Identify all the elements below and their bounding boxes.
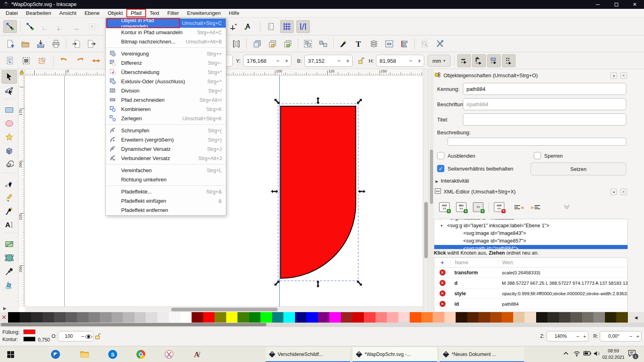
attribute-row[interactable]: ✕dM 388.57227 667.25 L 388.57227 974.177… xyxy=(434,278,627,288)
gradient-tool[interactable] xyxy=(2,237,17,251)
menu-item-3[interactable]: VereinigungStrg++ xyxy=(106,49,226,58)
transform-corners-toggle[interactable] xyxy=(472,54,486,67)
rotate-cw-icon[interactable] xyxy=(73,54,87,67)
clock[interactable]: 08:5902.02.2021 xyxy=(599,348,628,360)
clone-icon[interactable] xyxy=(266,37,279,50)
palette-swatch[interactable] xyxy=(295,312,307,323)
palette-scroll-left-icon[interactable]: ◀ xyxy=(628,312,644,323)
snipping-tool-icon[interactable] xyxy=(164,350,174,359)
transform-gradient-toggle[interactable] xyxy=(487,54,501,67)
notification-center-icon[interactable]: 1 xyxy=(628,350,636,358)
palette-swatch[interactable] xyxy=(387,312,398,323)
palette-swatch[interactable] xyxy=(490,312,502,323)
palette-swatch[interactable] xyxy=(456,312,467,323)
palette-swatch[interactable] xyxy=(306,312,318,323)
palette-swatch[interactable] xyxy=(364,312,376,323)
chrome-icon[interactable] xyxy=(136,350,146,359)
palette-swatch[interactable] xyxy=(203,312,215,323)
palette-none-swatch[interactable]: ✕ xyxy=(0,312,8,323)
flip-horizontal-icon[interactable] xyxy=(89,54,103,67)
menu-hilfe[interactable]: Hilfe xyxy=(225,9,243,17)
setzen-button[interactable]: Setzen xyxy=(530,162,626,175)
y-plus-button[interactable]: + xyxy=(282,58,291,64)
menu-item-15[interactable]: VereinfachenStrg+L xyxy=(106,166,226,175)
palette-swatch[interactable] xyxy=(433,312,444,323)
thunderbird-icon[interactable] xyxy=(51,350,60,359)
snap-bbox-edges-icon[interactable] xyxy=(39,20,53,33)
battery-icon[interactable] xyxy=(583,350,591,356)
height-plus-button[interactable]: + xyxy=(415,58,424,64)
xml-indent-node-button[interactable]: » xyxy=(528,200,543,214)
export-icon[interactable] xyxy=(85,37,98,50)
canvas-vscrollbar[interactable] xyxy=(423,69,428,312)
panel-undock-icon[interactable]: ◂ xyxy=(610,72,617,79)
height-minus-button[interactable]: − xyxy=(406,58,415,64)
palette-swatch[interactable] xyxy=(77,312,89,323)
stroke-swatch[interactable] xyxy=(23,337,35,341)
snap-bbox-centers-icon[interactable] xyxy=(85,20,99,33)
select-all-icon[interactable] xyxy=(3,54,17,67)
kennung-input[interactable] xyxy=(463,83,626,95)
palette-swatch[interactable] xyxy=(593,312,605,323)
minimize-button[interactable] xyxy=(588,0,607,9)
attribute-row[interactable]: ✕idpath884 xyxy=(434,299,627,309)
snap-bbox-corners-icon[interactable] xyxy=(55,20,68,33)
open-document-icon[interactable] xyxy=(19,37,32,50)
palette-swatch[interactable] xyxy=(249,312,261,323)
palette-swatch[interactable] xyxy=(272,312,284,323)
xml-tree-node[interactable]: ▶<svg:metadata id="metadata5"> xyxy=(434,219,627,222)
menu-datei[interactable]: Datei xyxy=(2,9,22,17)
menu-erweiterungen[interactable]: Erweiterungen xyxy=(183,9,225,17)
menu-item-19[interactable]: Pfadeffekt entfernen xyxy=(106,206,226,215)
palette-swatch[interactable] xyxy=(134,312,146,323)
xml-tree-node[interactable]: <svg:path id="path884"> xyxy=(434,245,627,249)
menu-filter[interactable]: Filter xyxy=(163,9,183,17)
palette-swatch[interactable] xyxy=(536,312,548,323)
rotation-plus-button[interactable]: + xyxy=(634,333,641,339)
fill-stroke-dialog-icon[interactable] xyxy=(336,37,350,50)
menu-bearbeiten[interactable]: Bearbeiten xyxy=(22,9,55,17)
dropper-tool[interactable] xyxy=(2,265,17,278)
taskbar-window-0[interactable]: VerschideneSchildf... xyxy=(266,347,350,362)
select-all-layers-icon[interactable] xyxy=(19,54,33,67)
palette-swatch[interactable] xyxy=(100,312,111,323)
find-icon[interactable] xyxy=(418,37,431,50)
rotation-minus-button[interactable]: − xyxy=(627,333,634,339)
snap-path-intersections-icon[interactable] xyxy=(226,20,240,33)
pen-tool[interactable] xyxy=(2,177,17,191)
unit-dropdown[interactable]: mm▼ xyxy=(427,55,451,67)
xml-duplicate-node-button[interactable]: <>+ xyxy=(471,200,485,214)
panel-close-icon[interactable]: × xyxy=(620,189,627,195)
zoom-page-icon[interactable] xyxy=(229,37,243,50)
transform-pattern-toggle[interactable] xyxy=(502,54,516,67)
rotation-spinner[interactable]: 0,00° − + xyxy=(600,331,642,341)
width-plus-button[interactable]: + xyxy=(343,58,352,64)
menu-ebene[interactable]: Ebene xyxy=(80,9,104,17)
menu-item-9[interactable]: KombinierenStrg+K xyxy=(106,105,226,114)
palette-swatch[interactable] xyxy=(54,312,66,323)
pencil-tool[interactable] xyxy=(2,191,17,204)
menu-item-18[interactable]: Pfadeffekt einfügen& xyxy=(106,196,226,206)
lock-ratio-icon[interactable] xyxy=(355,54,366,67)
align-dialog-icon[interactable] xyxy=(398,37,411,50)
node-tool[interactable] xyxy=(2,84,17,97)
palette-swatch[interactable] xyxy=(66,312,77,323)
xml-new-element-node-button[interactable]: xml<>+ xyxy=(437,200,452,214)
sperren-checkbox[interactable] xyxy=(534,152,541,159)
menu-item-13[interactable]: Dynamischer VersatzStrg+J xyxy=(106,144,226,154)
rotate-ccw-icon[interactable] xyxy=(57,54,71,67)
palette-swatch[interactable] xyxy=(43,312,54,323)
palette-swatch[interactable] xyxy=(582,312,594,323)
palette-swatch[interactable] xyxy=(398,312,410,323)
palette-swatch[interactable] xyxy=(180,312,192,323)
palette-swatch[interactable] xyxy=(237,312,249,323)
dock-scrollbar[interactable] xyxy=(429,69,433,312)
snap-bbox-midpoints-icon[interactable] xyxy=(70,20,84,33)
palette-swatch[interactable] xyxy=(410,312,421,323)
tree-expander-icon[interactable]: ▶ xyxy=(440,219,442,222)
palette-swatch[interactable] xyxy=(444,312,456,323)
snap-bbox-toggle[interactable] xyxy=(23,20,37,33)
snap-grid-icon[interactable] xyxy=(280,20,294,33)
menu-item-0[interactable]: Objekt in Pfad umwandelnUmschalt+Strg+C xyxy=(106,19,226,28)
palette-swatch[interactable] xyxy=(329,312,341,323)
